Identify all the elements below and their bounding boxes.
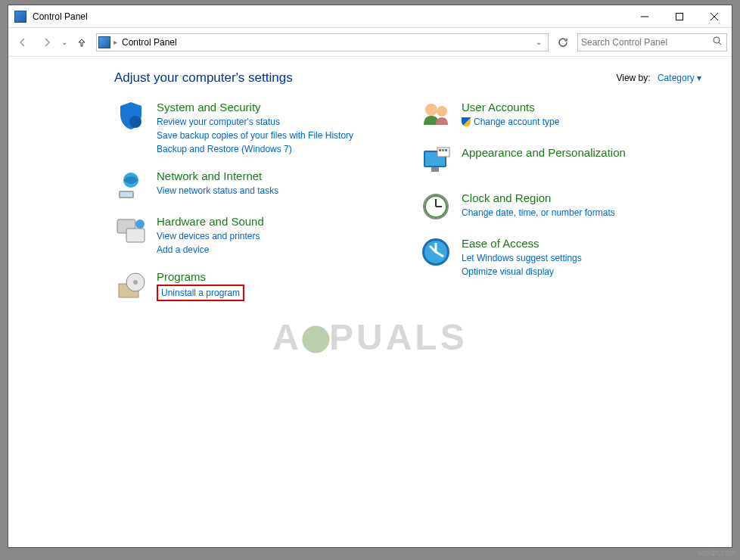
ease-of-access-icon (419, 235, 452, 269)
category-ease-of-access: Ease of Access Let Windows suggest setti… (419, 235, 701, 278)
window: Control Panel ⌄ ▸ Control Panel ⌄ (8, 5, 732, 548)
link-file-history[interactable]: Save backup copies of your files with Fi… (157, 129, 353, 142)
programs-icon (114, 269, 148, 302)
svg-rect-21 (437, 148, 449, 157)
right-column: User Accounts Change account type Appear… (419, 99, 701, 314)
shield-icon (114, 99, 148, 132)
link-suggest-settings[interactable]: Let Windows suggest settings (462, 251, 582, 265)
category-link-user-accounts[interactable]: User Accounts (462, 101, 559, 114)
svg-point-17 (437, 106, 447, 117)
source-label: wsxdn.com (698, 549, 735, 557)
maximize-button[interactable] (662, 5, 697, 28)
svg-rect-1 (676, 13, 683, 20)
link-review-status[interactable]: Review your computer's status (157, 115, 353, 129)
category-link-clock[interactable]: Clock and Region (462, 191, 615, 204)
category-clock-region: Clock and Region Change date, time, or n… (419, 190, 701, 223)
watermark-icon (302, 326, 329, 353)
search-box[interactable] (577, 33, 727, 51)
svg-rect-22 (439, 149, 441, 151)
link-backup-restore[interactable]: Backup and Restore (Windows 7) (157, 142, 353, 156)
hardware-icon (114, 213, 148, 247)
category-link-hardware[interactable]: Hardware and Sound (157, 215, 264, 228)
address-dropdown[interactable]: ⌄ (531, 38, 546, 46)
nav-toolbar: ⌄ ▸ Control Panel ⌄ (8, 28, 732, 57)
watermark: APUALS (272, 316, 467, 358)
titlebar: Control Panel (8, 5, 732, 28)
svg-point-4 (714, 37, 720, 43)
svg-line-5 (719, 42, 721, 45)
breadcrumb[interactable]: Control Panel (120, 37, 179, 48)
category-link-ease-of-access[interactable]: Ease of Access (462, 237, 582, 250)
category-user-accounts: User Accounts Change account type (419, 99, 701, 132)
subheader: Adjust your computer's settings View by:… (114, 70, 701, 86)
forward-button[interactable] (37, 33, 57, 52)
category-link-programs[interactable]: Programs (157, 270, 244, 283)
category-link-system-security[interactable]: System and Security (157, 101, 353, 114)
address-icon (98, 36, 110, 48)
svg-point-15 (133, 280, 138, 285)
link-network-status[interactable]: View network status and tasks (157, 184, 278, 198)
content-area: Adjust your computer's settings View by:… (8, 57, 732, 547)
view-by-label: View by: (616, 73, 650, 83)
back-button[interactable] (13, 33, 33, 52)
left-column: System and Security Review your computer… (114, 99, 396, 314)
search-input[interactable] (581, 37, 711, 48)
uac-shield-icon (462, 117, 471, 126)
category-link-appearance[interactable]: Appearance and Personalization (462, 146, 626, 159)
category-hardware: Hardware and Sound View devices and prin… (114, 213, 396, 257)
refresh-button[interactable] (553, 33, 573, 51)
link-uninstall-program[interactable]: Uninstall a program (161, 288, 240, 298)
recent-dropdown[interactable]: ⌄ (61, 38, 67, 46)
chevron-right-icon: ▸ (113, 38, 117, 46)
link-devices-printers[interactable]: View devices and printers (157, 229, 264, 243)
link-add-device[interactable]: Add a device (157, 243, 264, 257)
svg-rect-9 (120, 192, 132, 197)
window-title: Control Panel (33, 11, 88, 22)
search-icon[interactable] (711, 36, 723, 48)
network-icon (114, 168, 148, 201)
svg-point-12 (135, 219, 145, 229)
svg-point-6 (129, 116, 141, 128)
close-button[interactable] (697, 5, 732, 28)
view-by-dropdown[interactable]: Category ▾ (658, 73, 701, 83)
view-by: View by: Category ▾ (616, 73, 701, 83)
up-button[interactable] (72, 33, 92, 52)
address-bar[interactable]: ▸ Control Panel ⌄ (96, 33, 549, 51)
svg-rect-20 (431, 167, 439, 172)
category-system-security: System and Security Review your computer… (114, 99, 396, 156)
svg-point-16 (425, 104, 437, 116)
link-visual-display[interactable]: Optimize visual display (462, 265, 582, 278)
category-link-network[interactable]: Network and Internet (157, 170, 278, 182)
minimize-button[interactable] (627, 5, 662, 28)
svg-rect-23 (442, 149, 444, 151)
link-change-account-type[interactable]: Change account type (462, 115, 559, 129)
svg-rect-11 (126, 229, 145, 242)
link-date-time-formats[interactable]: Change date, time, or number formats (462, 206, 615, 219)
clock-icon (419, 190, 452, 223)
user-accounts-icon (419, 99, 452, 132)
category-programs: Programs Uninstall a program (114, 269, 396, 302)
category-appearance: Appearance and Personalization (419, 145, 701, 178)
category-network: Network and Internet View network status… (114, 168, 396, 201)
appearance-icon (419, 145, 452, 178)
highlight-uninstall: Uninstall a program (157, 285, 244, 301)
control-panel-icon (14, 11, 26, 23)
svg-rect-24 (445, 149, 447, 151)
page-title: Adjust your computer's settings (114, 70, 616, 86)
